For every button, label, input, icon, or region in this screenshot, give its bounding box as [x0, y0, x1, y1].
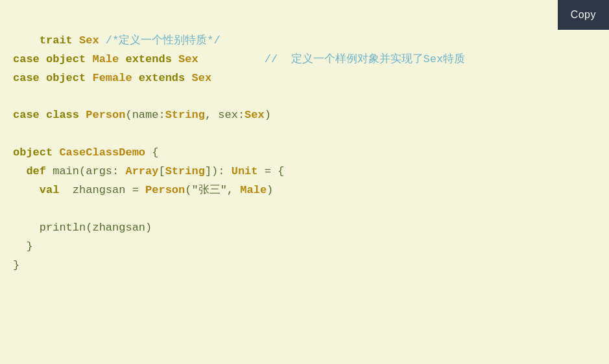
line-female: case object Female extends Sex [13, 72, 211, 84]
bracket-open: [ [158, 165, 165, 177]
brace-close-inner: } [26, 240, 32, 253]
typename-sex-3: Sex [191, 72, 211, 84]
code-block: trait Sex /*定义一个性别特质*/ case object Male … [13, 13, 596, 293]
typename-sex-4: Sex [245, 109, 265, 121]
line-male: case object Male extends Sex // 定义一个样例对象… [13, 53, 465, 65]
keyword-case-3: case [13, 109, 40, 121]
line-close-outer: } [13, 259, 19, 271]
keyword-val: val [40, 184, 60, 196]
line-close-inner: } [13, 240, 33, 253]
main-assign: = { [258, 165, 285, 177]
keyword-object-1: object [46, 53, 86, 65]
val-zhangsan: zhangsan = [66, 184, 145, 196]
code-container: Copy trait Sex /*定义一个性别特质*/ case object … [0, 0, 609, 364]
person-params-close: ) [265, 109, 271, 121]
keyword-case-2: case [13, 72, 40, 84]
typename-person-2: Person [145, 184, 185, 196]
typename-string-2: String [165, 165, 205, 177]
typename-male-2: Male [240, 184, 267, 196]
typename-array: Array [125, 165, 158, 177]
brace-open: { [152, 146, 158, 159]
println-call: println(zhangsan) [40, 222, 152, 234]
comment-trait: /*定义一个性别特质*/ [106, 34, 221, 47]
keyword-trait: trait [40, 34, 73, 47]
typename-female: Female [92, 72, 132, 84]
comment-male: // 定义一个样例对象并实现了Sex特质 [265, 53, 465, 65]
keyword-case-1: case [13, 53, 40, 65]
person-params-mid: , sex: [205, 109, 245, 121]
keyword-extends-2: extends [139, 72, 185, 84]
keyword-object-2: object [46, 72, 86, 84]
line-object: object CaseClassDemo { [13, 146, 158, 159]
bracket-close-unit: ]): [205, 165, 232, 177]
copy-button[interactable]: Copy [558, 0, 609, 30]
keyword-extends-1: extends [125, 53, 171, 65]
def-main: main(args: [53, 165, 125, 177]
typename-sex-1: Sex [79, 34, 99, 47]
keyword-object-3: object [13, 146, 53, 159]
typename-male: Male [92, 53, 119, 65]
brace-close-outer: } [13, 259, 19, 271]
person-call-close: ) [267, 184, 273, 196]
typename-unit: Unit [232, 165, 258, 177]
line-person: case class Person(name:String, sex:Sex) [13, 109, 271, 121]
keyword-class: class [46, 109, 79, 121]
line-println: println(zhangsan) [13, 222, 152, 234]
typename-string-1: String [165, 109, 205, 121]
line-trait: trait Sex /*定义一个性别特质*/ [40, 34, 221, 47]
person-params-open: (name: [125, 109, 165, 121]
keyword-def: def [26, 165, 46, 177]
person-call: ("张三", [185, 184, 240, 196]
line-def: def main(args: Array[String]): Unit = { [13, 165, 284, 177]
typename-sex-2: Sex [178, 53, 198, 65]
typename-person: Person [86, 109, 125, 121]
line-val: val zhangsan = Person("张三", Male) [13, 184, 273, 196]
typename-caseclassdemo: CaseClassDemo [59, 146, 145, 159]
